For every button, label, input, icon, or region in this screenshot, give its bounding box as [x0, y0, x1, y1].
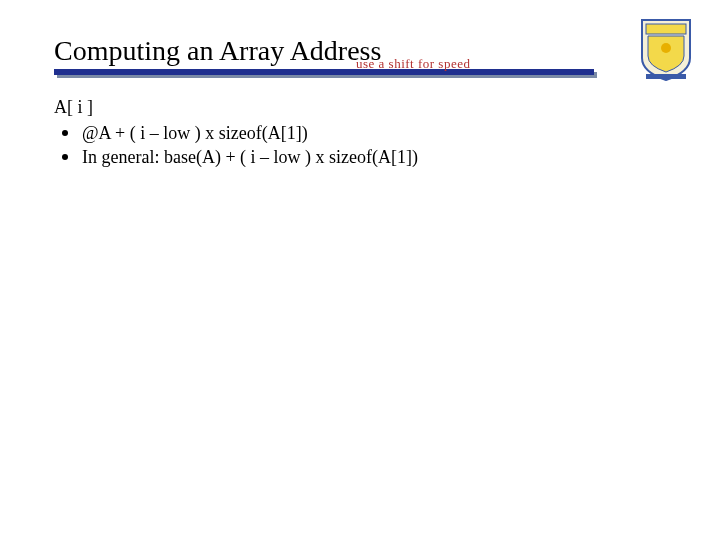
university-logo-icon: [640, 18, 692, 82]
svg-rect-0: [646, 24, 686, 34]
svg-rect-2: [646, 74, 686, 79]
bullet-list: @A + ( i – low ) x sizeof(A[1]) In gener…: [54, 121, 666, 170]
bullet-item-2: In general: base(A) + ( i – low ) x size…: [54, 145, 666, 169]
content-line-1: A[ i ]: [54, 95, 666, 119]
overlap-annotation: use a shift for speed: [356, 56, 470, 72]
slide: Computing an Array Address use a shift f…: [0, 0, 720, 540]
bullet-item-1: @A + ( i – low ) x sizeof(A[1]): [54, 121, 666, 145]
title-rule-bar: [54, 69, 594, 75]
slide-content: A[ i ] @A + ( i – low ) x sizeof(A[1]) I…: [54, 95, 666, 170]
svg-point-1: [661, 43, 671, 53]
